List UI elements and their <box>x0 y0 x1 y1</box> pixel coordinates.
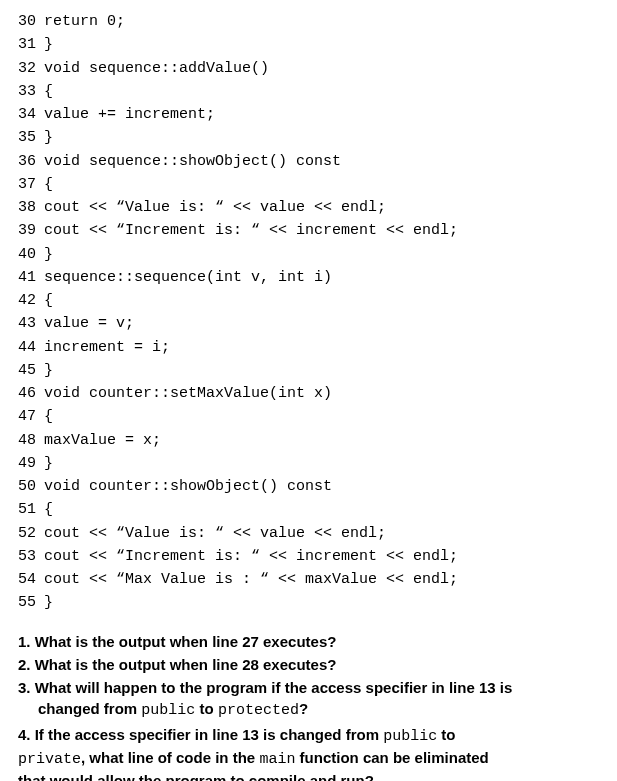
code-text: maxValue = x; <box>44 432 161 449</box>
code-text: return 0; <box>44 13 125 30</box>
code-line: 35} <box>18 126 599 149</box>
code-line: 50void counter::showObject() const <box>18 475 599 498</box>
line-number: 34 <box>18 103 44 126</box>
code-text: { <box>44 501 53 518</box>
code-text: void counter::setMaxValue(int x) <box>44 385 332 402</box>
line-number: 31 <box>18 33 44 56</box>
line-number: 43 <box>18 312 44 335</box>
question-2: 2. What is the output when line 28 execu… <box>18 654 599 675</box>
q4-line1: 4. If the access specifier in line 13 is… <box>18 726 456 743</box>
line-number: 49 <box>18 452 44 475</box>
line-number: 50 <box>18 475 44 498</box>
q4-line2: private, what line of code in the main f… <box>18 749 489 766</box>
code-text: } <box>44 455 53 472</box>
code-line: 32void sequence::addValue() <box>18 57 599 80</box>
line-number: 44 <box>18 336 44 359</box>
line-number: 54 <box>18 568 44 591</box>
code-line: 45} <box>18 359 599 382</box>
line-number: 52 <box>18 522 44 545</box>
code-text: } <box>44 246 53 263</box>
code-line: 46void counter::setMaxValue(int x) <box>18 382 599 405</box>
code-text: { <box>44 408 53 425</box>
question-4: 4. If the access specifier in line 13 is… <box>18 724 599 781</box>
question-3-line1: 3. What will happen to the program if th… <box>18 679 512 696</box>
code-line: 39cout << “Increment is: “ << increment … <box>18 219 599 242</box>
q3-text-c: ? <box>299 700 308 717</box>
q3-text-b: to <box>195 700 218 717</box>
q3-text-a: changed from <box>38 700 141 717</box>
line-number: 32 <box>18 57 44 80</box>
q4-code-private: private <box>18 751 81 768</box>
code-text: cout << “Value is: “ << value << endl; <box>44 525 386 542</box>
line-number: 40 <box>18 243 44 266</box>
line-number: 41 <box>18 266 44 289</box>
q4-text-b: , what line of code in the <box>81 749 259 766</box>
question-1: 1. What is the output when line 27 execu… <box>18 631 599 652</box>
code-text: cout << “Increment is: “ << increment <<… <box>44 222 458 239</box>
code-text: sequence::sequence(int v, int i) <box>44 269 332 286</box>
code-line: 48maxValue = x; <box>18 429 599 452</box>
code-line: 43value = v; <box>18 312 599 335</box>
code-block: 30return 0;31}32void sequence::addValue(… <box>18 10 599 615</box>
code-line: 52cout << “Value is: “ << value << endl; <box>18 522 599 545</box>
code-line: 34value += increment; <box>18 103 599 126</box>
code-text: void sequence::addValue() <box>44 60 269 77</box>
code-text: cout << “Value is: “ << value << endl; <box>44 199 386 216</box>
line-number: 30 <box>18 10 44 33</box>
q4-code-public: public <box>383 728 437 745</box>
q4-code-main: main <box>259 751 295 768</box>
line-number: 55 <box>18 591 44 614</box>
line-number: 45 <box>18 359 44 382</box>
question-3-line2: changed from public to protected? <box>18 698 599 721</box>
questions-block: 1. What is the output when line 27 execu… <box>18 631 599 782</box>
code-line: 42{ <box>18 289 599 312</box>
code-text: } <box>44 594 53 611</box>
code-line: 37{ <box>18 173 599 196</box>
q4-text-a2: to <box>437 726 455 743</box>
code-text: } <box>44 362 53 379</box>
code-line: 55} <box>18 591 599 614</box>
line-number: 37 <box>18 173 44 196</box>
code-text: increment = i; <box>44 339 170 356</box>
code-text: } <box>44 129 53 146</box>
q4-text-b2: function can be eliminated <box>295 749 488 766</box>
code-text: void sequence::showObject() const <box>44 153 341 170</box>
code-line: 51{ <box>18 498 599 521</box>
code-text: { <box>44 292 53 309</box>
code-line: 47{ <box>18 405 599 428</box>
code-text: { <box>44 83 53 100</box>
code-text: value = v; <box>44 315 134 332</box>
code-text: cout << “Increment is: “ << increment <<… <box>44 548 458 565</box>
code-text: { <box>44 176 53 193</box>
code-line: 31} <box>18 33 599 56</box>
q3-code-public: public <box>141 702 195 719</box>
code-line: 53cout << “Increment is: “ << increment … <box>18 545 599 568</box>
code-line: 54cout << “Max Value is : “ << maxValue … <box>18 568 599 591</box>
line-number: 53 <box>18 545 44 568</box>
line-number: 51 <box>18 498 44 521</box>
q3-code-protected: protected <box>218 702 299 719</box>
code-line: 33{ <box>18 80 599 103</box>
line-number: 48 <box>18 429 44 452</box>
line-number: 35 <box>18 126 44 149</box>
code-line: 36void sequence::showObject() const <box>18 150 599 173</box>
q4-text-a: 4. If the access specifier in line 13 is… <box>18 726 383 743</box>
code-text: void counter::showObject() const <box>44 478 332 495</box>
line-number: 47 <box>18 405 44 428</box>
code-text: cout << “Max Value is : “ << maxValue <<… <box>44 571 458 588</box>
code-line: 40} <box>18 243 599 266</box>
code-line: 41sequence::sequence(int v, int i) <box>18 266 599 289</box>
code-line: 44increment = i; <box>18 336 599 359</box>
code-text: value += increment; <box>44 106 215 123</box>
line-number: 33 <box>18 80 44 103</box>
code-line: 49} <box>18 452 599 475</box>
code-text: } <box>44 36 53 53</box>
code-line: 30return 0; <box>18 10 599 33</box>
code-line: 38cout << “Value is: “ << value << endl; <box>18 196 599 219</box>
line-number: 46 <box>18 382 44 405</box>
line-number: 38 <box>18 196 44 219</box>
line-number: 36 <box>18 150 44 173</box>
question-3: 3. What will happen to the program if th… <box>18 677 599 722</box>
q4-line3: that would allow the program to compile … <box>18 772 374 781</box>
line-number: 42 <box>18 289 44 312</box>
